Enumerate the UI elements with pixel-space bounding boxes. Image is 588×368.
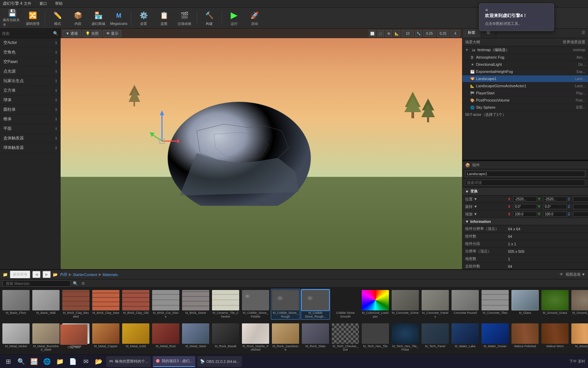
mat-tech-hex-tile[interactable]: M_Tech_Hex_Tile xyxy=(361,322,390,353)
actor-testmap[interactable]: ▼ 🗂 testmap（编辑器） testmap xyxy=(462,46,588,54)
save-all-button[interactable]: 保存所有 xyxy=(10,271,30,278)
actor-height-fog[interactable]: 🌁 ExponentialHeightFog Exp... xyxy=(462,68,588,75)
mat-concrete-poured[interactable]: Concrete Poured xyxy=(451,289,480,320)
mat-metal-rust[interactable]: M_Metal_Rust xyxy=(151,322,180,353)
sidebar-item-cube[interactable]: 立方体 ℹ xyxy=(0,86,60,95)
rotation-y-input[interactable] xyxy=(543,204,567,209)
taskbar-explorer[interactable]: 📁 xyxy=(54,356,65,367)
toolbar-mode[interactable]: ✏️ 模式 xyxy=(48,9,67,27)
sidebar-item-actor[interactable]: 空Actor ℹ xyxy=(0,38,60,48)
mat-cobble-rough-2[interactable]: M_Cobble Stone_Rough... xyxy=(301,289,330,320)
taskbar-taskview[interactable]: 🪟 xyxy=(29,356,39,367)
vp-icon-7[interactable]: 4 xyxy=(451,30,460,37)
nav-back-button[interactable]: ◀ xyxy=(32,271,40,278)
mat-cobble-pebble[interactable]: M_Cobble_Stone_Pebble xyxy=(241,289,270,320)
rotation-z-input[interactable] xyxy=(573,204,588,209)
taskbar-start[interactable]: ⊞ xyxy=(3,356,14,367)
mat-concrete-grime[interactable]: M_Concrete_Grime xyxy=(391,289,420,320)
content-search-input[interactable] xyxy=(3,280,71,287)
mat-wood-oak[interactable]: M_Wood_Oak xyxy=(570,322,588,353)
actor-atmospheric-fog[interactable]: 🌫 Atmospheric Fog Atm... xyxy=(462,54,588,61)
viewport-lighting-btn[interactable]: 💡 光照 xyxy=(82,30,102,37)
mat-rock-marble[interactable]: M_Rock_Marble_Polished xyxy=(241,322,270,353)
mat-wood-walnut-worn[interactable]: Walnut Worn xyxy=(540,322,570,353)
taskbar-app-project[interactable]: 🎯 我的项目3 - 虚幻... xyxy=(153,356,195,367)
taskbar-search[interactable]: 🔍 xyxy=(16,356,27,367)
vp-icon-4[interactable]: 📐 xyxy=(393,30,400,37)
viewport-perspective-btn[interactable]: ▼ 透视 xyxy=(63,30,81,37)
mat-rock-basalt[interactable]: M_Rock_Basalt xyxy=(211,322,240,353)
breadcrumb-materials[interactable]: Materials xyxy=(103,273,118,277)
close-icon[interactable]: ✕ xyxy=(485,8,488,13)
vp-icon-6[interactable]: 0.25 xyxy=(437,30,449,37)
menu-help[interactable]: 帮助 xyxy=(54,0,64,7)
actor-landscape-gizmo[interactable]: 📐 LandscapeGizmoActiveActor1 Land... xyxy=(462,82,588,90)
mat-tech-checker[interactable]: M_Tech_Checker_Dot xyxy=(331,322,360,353)
sidebar-item-sphere-trigger[interactable]: 球体触发器 ℹ xyxy=(0,143,60,153)
toolbar-save[interactable]: 💾 保存当前关卡 xyxy=(3,9,22,27)
toolbar-blueprint[interactable]: 📋 蓝图 xyxy=(154,9,174,27)
actor-playerstart[interactable]: 🏁 PlayerStart Play... xyxy=(462,90,588,97)
actor-postprocess[interactable]: 🎨 PostProcessVolume Post... xyxy=(462,97,588,104)
mat-basic-wall[interactable]: M_Basic_Wall xyxy=(31,289,61,320)
mat-brick-stone[interactable]: M_Brick_Stone xyxy=(181,289,210,320)
sidebar-item-box-trigger[interactable]: 盒体触发器 ℹ xyxy=(0,134,60,143)
mat-wood-walnut-polished[interactable]: Walnut Polished xyxy=(510,322,540,353)
mat-glass[interactable]: M_Glass xyxy=(510,289,540,320)
mat-cobble-stone-smooth[interactable]: Cobble Stone Smooth xyxy=(331,289,360,320)
scale-x-input[interactable] xyxy=(513,212,537,217)
vp-icon-5[interactable]: 🔧 xyxy=(415,30,422,37)
mat-ground-grass[interactable]: M_Ground_Grass xyxy=(540,289,570,320)
mat-brick-clay-new[interactable]: M_Brick_Clay_New xyxy=(91,289,120,320)
actor-directional-light[interactable]: ☀ DirectionalLight Dir... xyxy=(462,61,588,68)
toolbar-build[interactable]: 🔨 构建 xyxy=(200,9,219,27)
world-settings-btn[interactable]: 世界场景设置 xyxy=(563,40,585,45)
search-details-input[interactable] xyxy=(465,180,585,186)
taskbar-file-manager[interactable]: 📄 xyxy=(67,356,78,367)
mat-brick-clay-beveled[interactable]: M_Brick_Clay_Beveled xyxy=(61,289,91,320)
toolbar-source[interactable]: 🔀 源码管理 xyxy=(23,9,42,27)
toolbar-play[interactable]: ▶ 运行 xyxy=(225,9,244,27)
taskbar-app-ue4[interactable]: 🎮 稣侠的贾斯特的个... xyxy=(106,356,151,367)
toolbar-cinematics[interactable]: 🎬 过场动画 xyxy=(175,9,194,27)
vp-icon-1[interactable]: ⬜ xyxy=(369,30,376,37)
nav-forward-button[interactable]: ▶ xyxy=(43,271,51,278)
toolbar-marketplace[interactable]: 🏪 虚幻商城 xyxy=(89,9,108,27)
vp-snap-grid[interactable]: 0.25 xyxy=(423,30,436,37)
actor-landscape[interactable]: 🌄 Landscape1 Land... xyxy=(462,75,588,82)
mat-water-ocean[interactable]: M_Water_Ocean xyxy=(480,322,510,353)
scale-y-input[interactable] xyxy=(543,212,567,217)
mat-ground-gravel[interactable]: M_Ground_Gravel xyxy=(570,289,588,320)
menu-window[interactable]: 窗口 xyxy=(38,0,48,7)
breadcrumb-content[interactable]: 内容 xyxy=(60,272,67,277)
mat-basic-floor[interactable]: M_Basic_Floor xyxy=(1,289,31,320)
mat-concrete-panels[interactable]: M_Concrete_Panels xyxy=(421,289,450,320)
mat-metal-burnished[interactable]: M_Metal_Burnished_Steel xyxy=(31,322,61,353)
mat-metal-copper[interactable]: M_Metal_Copper xyxy=(91,322,120,353)
sidebar-item-cone[interactable]: 锥体 ℹ xyxy=(0,114,60,124)
mat-concrete-tiles[interactable]: M_Concrete_Tiles xyxy=(480,289,510,320)
information-header[interactable]: ▼ Information xyxy=(462,218,588,225)
mat-clay-nev[interactable]: Clay Nev xyxy=(59,323,88,350)
vp-icon-3[interactable]: ⚙ xyxy=(385,30,392,37)
position-z-input[interactable] xyxy=(573,197,588,202)
breadcrumb-starter-content[interactable]: StarterContent xyxy=(73,273,97,277)
sidebar-item-playerstart[interactable]: 玩家出生点 ℹ xyxy=(0,76,60,86)
sidebar-item-sphere[interactable]: 球体 ℹ xyxy=(0,95,60,105)
mat-tech-hex-pulse[interactable]: M_Tech_Hex_Tile_Pulse xyxy=(391,322,420,353)
toolbar-content[interactable]: 📦 内容 xyxy=(68,9,87,27)
mat-ceramic-tile[interactable]: M_Ceramic_Tile_Checker xyxy=(211,289,240,320)
rotation-x-input[interactable] xyxy=(513,204,537,209)
mat-water-lake[interactable]: M_Water_Lake xyxy=(451,322,480,353)
vp-icon-2[interactable]: 🎥 xyxy=(377,30,384,37)
vp-snap-angle[interactable]: 10 xyxy=(402,30,414,37)
taskbar-email[interactable]: ✉ xyxy=(80,356,91,367)
menu-file[interactable]: 文件 xyxy=(22,0,33,7)
mat-tech-panel[interactable]: M_Tech_Panel xyxy=(421,322,450,353)
sidebar-item-cylinder[interactable]: 圆柱体 ℹ xyxy=(0,105,60,114)
sidebar-item-pointlight[interactable]: 点光源 ℹ xyxy=(0,67,60,76)
sidebar-item-pawn[interactable]: 空Pawn ℹ xyxy=(0,57,60,67)
sidebar-search-input[interactable] xyxy=(2,31,53,35)
mat-colorgrid[interactable]: M_ColorGrid_LowSpec xyxy=(361,289,390,320)
taskbar-folder[interactable]: 📂 xyxy=(93,356,104,367)
